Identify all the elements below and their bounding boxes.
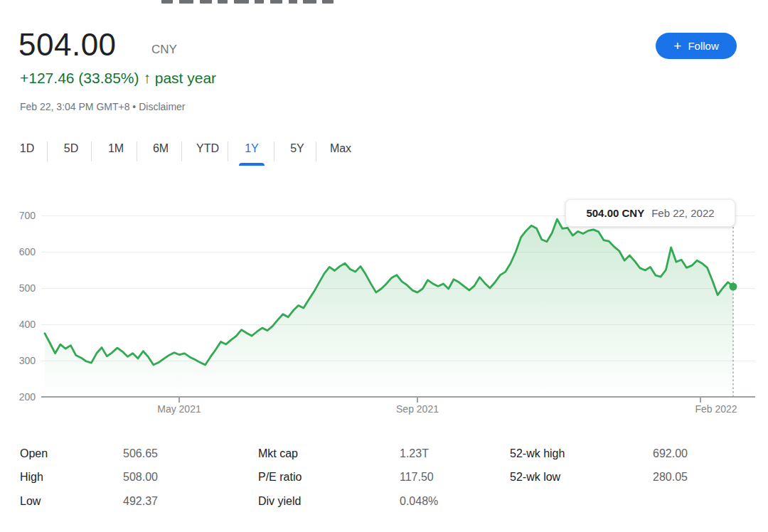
change-amount: +127.46 (33.85%)	[20, 70, 139, 86]
tab-ytd[interactable]: YTD	[186, 139, 230, 166]
tab-divider	[316, 142, 316, 161]
tab-divider	[91, 142, 92, 161]
follow-button-label: Follow	[688, 40, 718, 52]
area-fill	[45, 219, 733, 397]
tab-divider	[274, 142, 274, 161]
price-change: +127.46 (33.85%) ↑ past year	[20, 70, 216, 87]
tab-6m[interactable]: 6M	[139, 139, 183, 166]
change-period: past year	[155, 70, 216, 86]
timestamp-text: Feb 22, 3:04 PM GMT+8	[20, 101, 129, 112]
y-tick-label: 200	[6, 391, 36, 403]
x-tick	[178, 398, 180, 403]
y-tick-label: 400	[6, 319, 36, 330]
chart-tooltip: 504.00 CNY Feb 22, 2022	[565, 199, 735, 227]
stat-label: 52-wk low	[510, 471, 560, 484]
x-tick-label: Feb 2022	[684, 403, 748, 415]
gridline-300	[41, 361, 755, 361]
gridline-600	[41, 252, 755, 252]
stat-value: 117.50	[400, 471, 434, 484]
disclaimer-link[interactable]: Disclaimer	[139, 101, 185, 112]
x-axis-baseline	[41, 396, 755, 398]
finance-quote-page: 504.00 CNY + Follow +127.46 (33.85%) ↑ p…	[0, 0, 768, 532]
plus-icon: +	[673, 39, 681, 53]
tooltip-price: 504.00 CNY	[586, 207, 644, 219]
tab-divider	[228, 142, 228, 161]
stat-label: High	[20, 471, 43, 484]
y-tick-label: 600	[6, 246, 36, 257]
stat-value: 506.65	[123, 447, 158, 460]
x-tick-label: May 2021	[147, 403, 211, 415]
tab-1y[interactable]: 1Y	[230, 139, 274, 166]
y-tick-label: 700	[6, 210, 36, 221]
stat-value: 0.048%	[400, 495, 438, 508]
tab-5y[interactable]: 5Y	[275, 139, 319, 166]
x-tick-label: Sep 2021	[385, 403, 449, 415]
up-arrow-icon: ↑	[143, 70, 151, 86]
y-tick-label: 500	[6, 282, 36, 294]
stat-label: P/E ratio	[258, 471, 302, 484]
selected-tab-underline	[239, 163, 265, 166]
x-tick	[700, 398, 701, 403]
stat-value: 508.00	[123, 471, 158, 484]
tab-1d[interactable]: 1D	[5, 139, 49, 166]
tab-divider	[137, 142, 137, 161]
tab-5d[interactable]: 5D	[49, 139, 93, 166]
tab-divider	[181, 142, 182, 161]
stat-value: 280.05	[653, 471, 688, 484]
tab-1m[interactable]: 1M	[94, 139, 138, 166]
tooltip-date: Feb 22, 2022	[651, 207, 714, 219]
tab-max[interactable]: Max	[319, 139, 363, 166]
price-line	[45, 219, 733, 365]
currency-code: CNY	[151, 43, 177, 57]
stat-label: Low	[20, 495, 41, 508]
stat-value: 492.37	[123, 495, 158, 508]
stat-value: 1.23T	[400, 447, 429, 460]
stock-price: 504.00	[18, 27, 117, 63]
last-price-dot	[730, 283, 737, 291]
dot-separator: •	[132, 101, 136, 112]
stat-label: Div yield	[258, 495, 301, 508]
quote-timestamp: Feb 22, 3:04 PM GMT+8 • Disclaimer	[20, 101, 186, 112]
gridline-500	[41, 288, 755, 289]
gridline-400	[41, 324, 755, 325]
stat-label: Open	[20, 447, 48, 460]
tab-divider	[47, 142, 48, 161]
stat-label: 52-wk high	[510, 447, 565, 460]
stat-label: Mkt cap	[258, 447, 298, 460]
y-tick-label: 300	[6, 355, 36, 366]
follow-button[interactable]: + Follow	[656, 33, 737, 59]
stat-value: 692.00	[653, 447, 688, 460]
x-tick	[417, 398, 418, 403]
